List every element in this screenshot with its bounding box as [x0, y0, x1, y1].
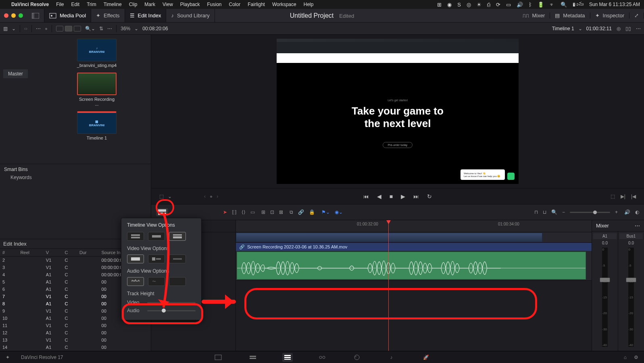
expand-button[interactable]: ⤢ [629, 13, 644, 19]
chevron-down-icon[interactable]: ⌄ [168, 194, 172, 199]
menu-workspace[interactable]: Workspace [272, 2, 296, 7]
nav-back-icon[interactable]: ‹› [24, 26, 27, 31]
inspector-button[interactable]: ✦ Inspector [590, 13, 629, 19]
go-end-icon[interactable]: ⏭ [413, 193, 419, 200]
status-icon[interactable]: ◎ [467, 2, 471, 8]
maximize-icon[interactable] [19, 13, 23, 18]
selection-tool-icon[interactable]: ➤ [223, 209, 227, 215]
menu-file[interactable]: File [56, 2, 64, 7]
menu-view[interactable]: View [163, 2, 173, 7]
chevron-down-icon[interactable]: ⌄ [578, 26, 582, 31]
page-color-icon[interactable] [352, 353, 362, 362]
bin-master[interactable]: Master [3, 69, 28, 78]
timeline-view-options-button[interactable] [156, 208, 168, 216]
search-icon[interactable]: 🔍⌄ [85, 26, 95, 31]
col-dur[interactable]: Dur [77, 249, 99, 257]
menu-edit[interactable]: Edit [71, 2, 80, 7]
match-frame-icon[interactable]: ⬚ [611, 194, 615, 199]
tlview-stacked-icon[interactable] [127, 232, 144, 241]
status-icon[interactable]: S [457, 2, 461, 8]
position-tool-icon[interactable]: ▭ [250, 209, 255, 215]
replace-icon[interactable]: ⊠ [279, 209, 283, 215]
menu-playback[interactable]: Playback [180, 2, 200, 7]
zoom-slider[interactable] [570, 212, 610, 213]
flag-icon[interactable]: ⚑⌄ [321, 209, 330, 215]
menu-clip[interactable]: Clip [129, 2, 138, 7]
status-icon[interactable]: ⊞ [437, 2, 442, 8]
audio-height-slider[interactable] [147, 310, 196, 311]
table-row[interactable]: 12A1C00 [0, 329, 151, 336]
menu-mark[interactable]: Mark [144, 2, 155, 7]
vview-thumb-icon[interactable] [127, 255, 144, 263]
video-clip[interactable] [236, 233, 542, 242]
edit-index-button[interactable]: ☰ Edit Index [125, 9, 167, 22]
table-row[interactable]: 13V1C00 [0, 336, 151, 344]
status-icon[interactable]: ⟳ [496, 2, 500, 8]
aview-full-icon[interactable] [127, 277, 144, 286]
dual-view-icon[interactable]: ▯▯ [625, 26, 631, 31]
menu-fairlight[interactable]: Fairlight [248, 2, 265, 7]
video-track-1[interactable] [236, 232, 592, 243]
insert-icon[interactable]: ⊞ [261, 209, 265, 215]
table-row[interactable]: 11V1C00 [0, 322, 151, 329]
metadata-button[interactable]: ▤ Metadata [550, 13, 590, 19]
page-edit-icon[interactable] [282, 353, 293, 362]
zoom-out-icon[interactable]: − [562, 209, 565, 215]
fit-icon[interactable]: ⬚ [159, 194, 164, 199]
record-icon[interactable]: ● [45, 26, 48, 31]
aview-none-icon[interactable] [169, 277, 186, 286]
col-c[interactable]: C [63, 249, 77, 257]
page-fusion-icon[interactable] [317, 353, 327, 362]
smart-bins-header[interactable]: Smart Bins [4, 167, 147, 172]
display-icon[interactable]: ▭ [506, 2, 511, 8]
status-icon[interactable]: ⎙ [487, 2, 490, 8]
video-height-slider[interactable] [147, 302, 196, 303]
page-fairlight-icon[interactable]: ♪ [386, 353, 397, 362]
more-icon[interactable]: ⋯ [636, 26, 641, 31]
clock[interactable]: Sun Mar 6 11:13:25 AM [589, 2, 640, 7]
audio-clip[interactable] [237, 252, 586, 280]
page-media-icon[interactable] [213, 353, 223, 362]
marker-dot-icon[interactable]: ● [210, 194, 213, 199]
search-icon[interactable]: 🔍 [561, 2, 567, 8]
panel-layout-icon[interactable]: ▥ [3, 26, 8, 31]
playhead[interactable] [388, 220, 389, 351]
go-in-icon[interactable]: ▶| [621, 194, 625, 199]
unlink-icon[interactable]: ⧉ [290, 209, 293, 215]
chevron-down-icon[interactable]: ⌄ [134, 26, 138, 31]
chevron-down-icon[interactable]: ⌄ [12, 26, 16, 31]
effects-button[interactable]: ✦ Effects [91, 9, 125, 22]
timeline-name[interactable]: Timeline 1 [552, 26, 574, 31]
media-timeline[interactable]: ▦BRANVINI Timeline 1 [77, 111, 117, 140]
sort-icon[interactable]: ⇅ [99, 26, 103, 31]
audio-clip-header[interactable]: 🔗 Screen Recording 2022-03-06 at 10.36.2… [236, 243, 592, 251]
media-clip-selected[interactable]: Screen Recording ... [77, 73, 117, 106]
home-icon[interactable]: ⌂ [624, 355, 627, 360]
zoom-icon[interactable]: 🔍 [551, 209, 557, 215]
menu-fusion[interactable]: Fusion [207, 2, 222, 7]
mixer-channel[interactable]: A10.0 0-5-10-15-20-30-40 [592, 232, 618, 351]
resolve-logo-icon[interactable]: ✦ [6, 355, 10, 360]
close-icon[interactable] [4, 13, 8, 18]
wifi-icon[interactable]: ᯤ [550, 2, 555, 8]
layout-icon[interactable] [27, 9, 44, 22]
lock-icon[interactable]: 🔒 [309, 209, 315, 215]
marker-icon[interactable]: ◉⌄ [335, 209, 343, 215]
control-center-icon[interactable]: �ును [573, 2, 584, 8]
page-deliver-icon[interactable]: 🚀 [421, 353, 431, 362]
loop-icon[interactable]: ◎ [617, 26, 621, 31]
zoom-label[interactable]: 36% [121, 26, 130, 31]
view-metadata-icon[interactable] [56, 26, 63, 31]
mixer-channel[interactable]: Bus10.0 0-5-10-15-20-30-40 [618, 232, 644, 351]
status-icon[interactable]: ☀ [477, 2, 481, 8]
prev-edit-icon[interactable]: ‹ [204, 194, 206, 199]
menu-timeline[interactable]: Timeline [104, 2, 122, 7]
more-icon[interactable]: ⋯ [635, 223, 640, 229]
go-out-icon[interactable]: |◀ [631, 194, 636, 199]
play-icon[interactable]: ▶ [401, 193, 405, 200]
go-start-icon[interactable]: ⏮ [363, 193, 369, 200]
col-v[interactable]: V [44, 249, 63, 257]
more-icon[interactable]: ⋯ [107, 26, 112, 31]
volume-icon[interactable]: 🔊 [517, 2, 523, 8]
loop-icon[interactable]: ↻ [427, 193, 432, 200]
